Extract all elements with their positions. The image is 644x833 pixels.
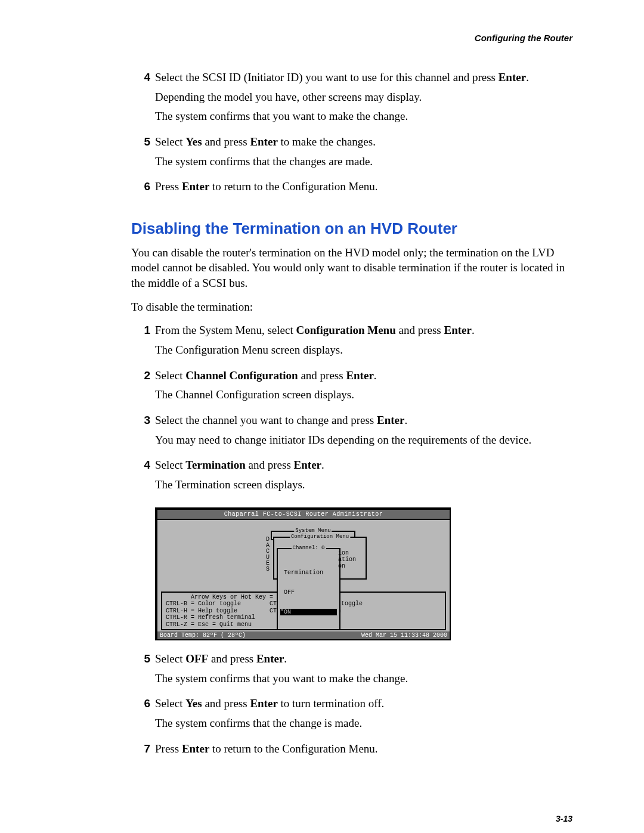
step-number: 3 — [131, 413, 155, 451]
intro-para-2: To disable the termination: — [131, 299, 572, 315]
step-number: 4 — [131, 70, 155, 128]
step-line: The system confirms that the changes are… — [155, 154, 572, 169]
menu-hotkeys: D A C U E S — [266, 537, 270, 572]
step-body: Press Enter to return to the Configurati… — [155, 741, 572, 761]
termination-item: Termination — [280, 569, 337, 576]
step-line: Press Enter to return to the Configurati… — [155, 741, 572, 757]
step-body: Select Yes and press Enter to turn termi… — [155, 696, 572, 735]
step-number: 4 — [131, 457, 155, 496]
step-body: Select Termination and press Enter.The T… — [155, 457, 572, 496]
step-row: 4Select the SCSI ID (Initiator ID) you w… — [131, 70, 572, 128]
step-body: Select the channel you want to change an… — [155, 413, 572, 451]
step-body: From the System Menu, select Configurati… — [155, 323, 572, 361]
step-number: 7 — [131, 741, 155, 761]
step-row: 2Select Channel Configuration and press … — [131, 368, 572, 407]
top-steps: 4Select the SCSI ID (Initiator ID) you w… — [131, 70, 572, 199]
running-header: Configuring the Router — [131, 33, 572, 43]
step-line: Depending the model you have, other scre… — [155, 89, 572, 105]
step-row: 6Select Yes and press Enter to turn term… — [131, 696, 572, 735]
step-line: Select Termination and press Enter. — [155, 457, 572, 473]
section-heading: Disabling the Termination on an HVD Rout… — [131, 219, 572, 238]
step-row: 7Press Enter to return to the Configurat… — [131, 741, 572, 761]
step-line: Select the SCSI ID (Initiator ID) you wa… — [155, 70, 572, 85]
step-line: Select the channel you want to change an… — [155, 413, 572, 428]
channel-menu-box: Channel: 0 Termination OFF *ON — [277, 548, 340, 630]
step-line: Select Channel Configuration and press E… — [155, 368, 572, 383]
step-number: 6 — [131, 696, 155, 735]
page-number: 3-13 — [131, 814, 572, 823]
step-number: 5 — [131, 134, 155, 173]
step-body: Select OFF and press Enter.The system co… — [155, 651, 572, 690]
step-line: Select OFF and press Enter. — [155, 651, 572, 667]
step-line: The Configuration Menu screen displays. — [155, 342, 572, 358]
step-line: The system confirms that you want to mak… — [155, 109, 572, 124]
step-line: You may need to change initiator IDs dep… — [155, 432, 572, 448]
step-line: The Termination screen displays. — [155, 477, 572, 493]
off-item: OFF — [280, 589, 337, 596]
on-item-selected: *ON — [280, 609, 337, 615]
step-line: The system confirms that you want to mak… — [155, 671, 572, 686]
step-line: Press Enter to return to the Configurati… — [155, 179, 572, 194]
step-body: Press Enter to return to the Configurati… — [155, 179, 572, 199]
terminal-statusbar: Board Temp: 82ºF ( 28ºC) Wed Mar 15 11:3… — [157, 631, 450, 639]
step-row: 5Select OFF and press Enter.The system c… — [131, 651, 572, 690]
terminal-title: Chaparral FC-to-SCSI Router Administrato… — [157, 510, 450, 520]
step-row: 5Select Yes and press Enter to make the … — [131, 134, 572, 173]
intro-block: You can disable the router's termination… — [131, 245, 572, 315]
configuration-menu-title: Configuration Menu — [290, 534, 350, 540]
step-line: Select Yes and press Enter to make the c… — [155, 134, 572, 150]
page: Configuring the Router 4Select the SCSI … — [0, 0, 644, 833]
step-number: 6 — [131, 179, 155, 199]
status-right: Wed Mar 15 11:33:48 2000 — [361, 632, 447, 639]
step-number: 2 — [131, 368, 155, 407]
channel-menu-title: Channel: 0 — [291, 546, 326, 552]
terminal-body: D A C U E S System Menu Configuration Me… — [157, 520, 450, 592]
step-line: The system confirms that the change is m… — [155, 716, 572, 731]
steps-part-2: 5Select OFF and press Enter.The system c… — [131, 651, 572, 760]
step-row: 3Select the channel you want to change a… — [131, 413, 572, 451]
frag-ion: ion — [338, 550, 349, 556]
step-row: 4Select Termination and press Enter.The … — [131, 457, 572, 496]
step-number: 1 — [131, 323, 155, 361]
step-body: Select Yes and press Enter to make the c… — [155, 134, 572, 173]
step-line: From the System Menu, select Configurati… — [155, 323, 572, 338]
step-body: Select Channel Configuration and press E… — [155, 368, 572, 407]
terminal-screenshot: Chaparral FC-to-SCSI Router Administrato… — [155, 507, 451, 641]
frag-on: on — [338, 563, 345, 569]
step-row: 1From the System Menu, select Configurat… — [131, 323, 572, 361]
step-number: 5 — [131, 651, 155, 690]
steps-part-1: 1From the System Menu, select Configurat… — [131, 323, 572, 496]
intro-para-1: You can disable the router's termination… — [131, 245, 572, 291]
status-left: Board Temp: 82ºF ( 28ºC) — [160, 632, 246, 639]
step-row: 6Press Enter to return to the Configurat… — [131, 179, 572, 199]
frag-ation: ation — [338, 556, 356, 563]
step-line: Select Yes and press Enter to turn termi… — [155, 696, 572, 711]
step-body: Select the SCSI ID (Initiator ID) you wa… — [155, 70, 572, 128]
step-line: The Channel Configuration screen display… — [155, 387, 572, 402]
